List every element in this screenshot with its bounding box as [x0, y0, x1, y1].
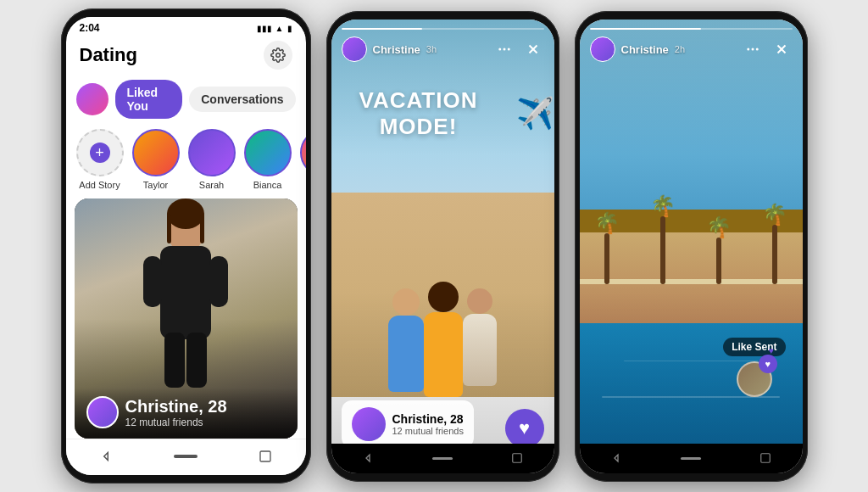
- story-time-2: 3h: [426, 44, 437, 54]
- wifi-icon: ▲: [275, 24, 284, 33]
- dating-header: Dating: [66, 37, 306, 76]
- vacation-title: VACATION MODE!: [331, 87, 506, 140]
- dating-screen: 2:04 ▮▮▮ ▲ ▮ Dating: [66, 17, 306, 475]
- svg-rect-5: [164, 333, 185, 388]
- battery-icon: ▮: [287, 24, 292, 33]
- like-sent-avatar-wrap: ♥ ♥: [737, 361, 772, 397]
- story-item-bianca[interactable]: Bianca: [244, 129, 292, 190]
- back-icon: [98, 449, 114, 464]
- svg-rect-25: [760, 454, 770, 463]
- square-icon: [259, 450, 272, 463]
- phone-3-screen: 🌴 🌴 🌴 🌴: [580, 20, 803, 473]
- story-progress-bar-3: [590, 28, 793, 31]
- profile-name: Christine, 28: [125, 397, 227, 417]
- svg-point-20: [751, 48, 754, 51]
- story-time-3: 2h: [675, 44, 685, 54]
- story-top-row-2: Christine 3h: [342, 36, 544, 62]
- more-icon-3: [745, 42, 760, 57]
- story-item-sp[interactable]: Sp...: [300, 129, 306, 190]
- story-user-info-2: Christine 3h: [342, 36, 437, 62]
- story-profile-info-2: Christine, 28 12 mutual friends: [392, 412, 464, 436]
- svg-rect-11: [260, 451, 270, 461]
- bianca-avatar: [244, 129, 292, 176]
- story-controls-2: [493, 38, 544, 60]
- story-more-button[interactable]: [493, 38, 515, 60]
- story-item-sarah[interactable]: Sarah: [188, 129, 236, 190]
- add-icon: +: [90, 143, 110, 163]
- palm-tree-2: 🌴: [650, 196, 676, 284]
- palm-tree-3: 🌴: [706, 217, 732, 284]
- like-button-2[interactable]: ♥: [505, 409, 544, 448]
- like-sent-bubble: Like Sent: [723, 338, 785, 356]
- home-nav-2[interactable]: [431, 449, 454, 467]
- home-icon-3: [681, 457, 701, 460]
- palm-leaves-1: 🌴: [594, 213, 620, 233]
- story-header-2: Christine 3h: [331, 20, 554, 68]
- user-avatar[interactable]: [76, 83, 108, 115]
- palm-trunk-3: [716, 238, 721, 284]
- phone-3-nav: [580, 444, 803, 473]
- story-user-avatar-3: [590, 36, 615, 62]
- phone-3: 🌴 🌴 🌴 🌴: [575, 11, 808, 482]
- profile-info: Christine, 28 12 mutual friends: [75, 388, 298, 439]
- story-item-add[interactable]: + Add Story: [76, 129, 124, 190]
- story-item-taylor[interactable]: Taylor: [132, 129, 180, 190]
- palm-trunk-2: [660, 216, 665, 284]
- person-2-head: [428, 282, 459, 312]
- profile-mutual-friends: 12 mutual friends: [125, 417, 227, 428]
- recents-nav-2[interactable]: [505, 449, 529, 467]
- home-nav-3[interactable]: [679, 449, 703, 467]
- svg-point-7: [167, 198, 204, 229]
- add-story-label: Add Story: [79, 180, 120, 190]
- story-profile-sub-2: 12 mutual friends: [392, 426, 464, 436]
- small-heart-above: ♥: [769, 346, 774, 355]
- phone-2-nav: [331, 444, 554, 473]
- svg-rect-3: [143, 256, 162, 307]
- story-more-button-3[interactable]: [742, 38, 764, 60]
- story-user-avatar-2: [342, 36, 367, 62]
- profile-card[interactable]: Christine, 28 12 mutual friends: [75, 198, 298, 439]
- heart-icon-2: ♥: [519, 417, 530, 439]
- signal-icon: ▮▮▮: [257, 24, 272, 33]
- square-icon-3: [760, 452, 771, 464]
- svg-point-14: [507, 48, 509, 51]
- tab-conversations[interactable]: Conversations: [189, 87, 295, 112]
- bianca-label: Bianca: [253, 180, 282, 190]
- story-close-button[interactable]: [522, 38, 544, 60]
- svg-marker-17: [366, 455, 370, 461]
- svg-rect-6: [186, 333, 207, 388]
- person-3: [463, 288, 497, 397]
- sp-avatar: [300, 129, 306, 176]
- people-group: [388, 288, 497, 397]
- back-nav-2[interactable]: [356, 449, 380, 467]
- svg-point-13: [503, 48, 505, 51]
- vacation-text: VACATION MODE! ✈️: [331, 87, 554, 140]
- back-icon-2: [361, 451, 375, 465]
- settings-button[interactable]: [264, 41, 292, 70]
- story-user-info-3: Christine 2h: [590, 36, 686, 62]
- back-nav-3[interactable]: [604, 449, 628, 467]
- add-story-avatar: +: [76, 129, 124, 176]
- palm-leaves-2: 🌴: [650, 196, 676, 216]
- home-nav-button[interactable]: [172, 446, 199, 467]
- story-progress-bar: [342, 28, 544, 31]
- like-sent-heart: ♥: [759, 355, 777, 373]
- story-screen-3: 🌴 🌴 🌴 🌴: [580, 20, 803, 473]
- svg-rect-2: [160, 246, 211, 339]
- recents-nav-button[interactable]: [252, 446, 279, 467]
- svg-point-19: [747, 48, 749, 51]
- status-icons: ▮▮▮ ▲ ▮: [257, 24, 292, 33]
- person-1-body: [388, 316, 424, 392]
- recents-nav-3[interactable]: [754, 449, 777, 467]
- story-username-2: Christine: [373, 43, 420, 56]
- tab-liked-you[interactable]: Liked You: [115, 80, 183, 119]
- phone-1: 2:04 ▮▮▮ ▲ ▮ Dating: [61, 8, 311, 484]
- svg-point-21: [755, 48, 758, 51]
- square-icon-2: [511, 452, 523, 464]
- story-profile-card-2[interactable]: Christine, 28 12 mutual friends: [342, 400, 474, 448]
- back-nav-button[interactable]: [92, 446, 120, 467]
- story-top-row-3: Christine 2h: [590, 36, 793, 62]
- sarah-avatar: [188, 129, 236, 176]
- story-close-button-3[interactable]: [771, 38, 793, 60]
- story-progress-fill-3: [590, 28, 701, 31]
